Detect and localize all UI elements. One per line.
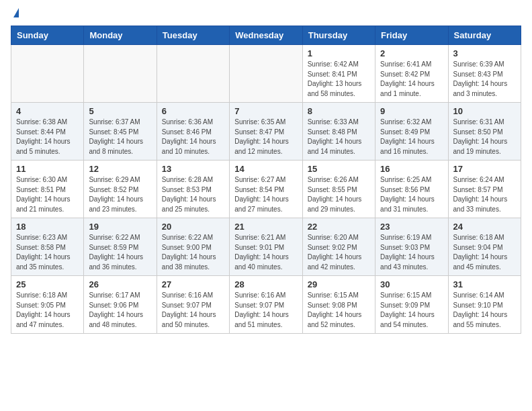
weekday-header-friday: Friday <box>375 26 448 45</box>
day-info: Sunrise: 6:15 AM Sunset: 9:08 PM Dayligh… <box>308 291 370 330</box>
day-info: Sunrise: 6:32 AM Sunset: 8:49 PM Dayligh… <box>380 118 443 156</box>
day-info: Sunrise: 6:19 AM Sunset: 9:03 PM Dayligh… <box>380 233 443 272</box>
weekday-header-saturday: Saturday <box>448 26 521 45</box>
calendar-cell: 5Sunrise: 6:37 AM Sunset: 8:45 PM Daylig… <box>84 103 157 161</box>
calendar-cell: 14Sunrise: 6:27 AM Sunset: 8:54 PM Dayli… <box>230 161 302 218</box>
day-info: Sunrise: 6:22 AM Sunset: 8:59 PM Dayligh… <box>89 233 151 272</box>
calendar-cell <box>157 45 229 103</box>
day-info: Sunrise: 6:26 AM Sunset: 8:55 PM Dayligh… <box>308 175 370 214</box>
day-number: 6 <box>162 106 224 116</box>
day-info: Sunrise: 6:22 AM Sunset: 9:00 PM Dayligh… <box>162 233 224 272</box>
calendar-cell: 3Sunrise: 6:39 AM Sunset: 8:43 PM Daylig… <box>448 45 521 103</box>
calendar-cell: 7Sunrise: 6:35 AM Sunset: 8:47 PM Daylig… <box>230 103 302 161</box>
day-info: Sunrise: 6:38 AM Sunset: 8:44 PM Dayligh… <box>16 118 79 156</box>
calendar-cell <box>230 45 302 103</box>
day-number: 12 <box>89 164 151 174</box>
day-info: Sunrise: 6:14 AM Sunset: 9:10 PM Dayligh… <box>453 291 516 330</box>
day-info: Sunrise: 6:18 AM Sunset: 9:04 PM Dayligh… <box>453 233 516 272</box>
calendar-cell: 24Sunrise: 6:18 AM Sunset: 9:04 PM Dayli… <box>448 218 521 276</box>
weekday-header-tuesday: Tuesday <box>157 26 229 45</box>
weekday-header-monday: Monday <box>84 26 157 45</box>
day-info: Sunrise: 6:29 AM Sunset: 8:52 PM Dayligh… <box>89 175 151 214</box>
day-number: 15 <box>308 164 370 174</box>
day-number: 2 <box>380 48 443 58</box>
calendar-cell: 15Sunrise: 6:26 AM Sunset: 8:55 PM Dayli… <box>302 161 375 218</box>
day-info: Sunrise: 6:37 AM Sunset: 8:45 PM Dayligh… <box>89 118 151 156</box>
calendar-cell: 28Sunrise: 6:16 AM Sunset: 9:07 PM Dayli… <box>230 276 302 334</box>
calendar-cell: 25Sunrise: 6:18 AM Sunset: 9:05 PM Dayli… <box>11 276 84 334</box>
calendar-cell: 18Sunrise: 6:23 AM Sunset: 8:58 PM Dayli… <box>11 218 84 276</box>
calendar-cell <box>84 45 157 103</box>
day-number: 8 <box>308 106 370 116</box>
calendar-cell <box>11 45 84 103</box>
day-info: Sunrise: 6:16 AM Sunset: 9:07 PM Dayligh… <box>162 291 224 330</box>
day-info: Sunrise: 6:17 AM Sunset: 9:06 PM Dayligh… <box>89 291 151 330</box>
day-number: 31 <box>453 279 516 289</box>
calendar-cell: 21Sunrise: 6:21 AM Sunset: 9:01 PM Dayli… <box>230 218 302 276</box>
day-info: Sunrise: 6:25 AM Sunset: 8:56 PM Dayligh… <box>380 175 443 214</box>
day-info: Sunrise: 6:24 AM Sunset: 8:57 PM Dayligh… <box>453 175 516 214</box>
day-info: Sunrise: 6:15 AM Sunset: 9:09 PM Dayligh… <box>380 291 443 330</box>
day-info: Sunrise: 6:42 AM Sunset: 8:41 PM Dayligh… <box>308 60 370 99</box>
day-info: Sunrise: 6:30 AM Sunset: 8:51 PM Dayligh… <box>16 175 79 214</box>
logo-triangle-icon <box>13 8 19 17</box>
day-number: 22 <box>308 222 370 232</box>
day-number: 13 <box>162 164 224 174</box>
weekday-header-sunday: Sunday <box>11 26 84 45</box>
day-number: 9 <box>380 106 443 116</box>
day-info: Sunrise: 6:16 AM Sunset: 9:07 PM Dayligh… <box>234 291 297 330</box>
calendar-week-row: 18Sunrise: 6:23 AM Sunset: 8:58 PM Dayli… <box>11 218 521 276</box>
calendar-cell: 22Sunrise: 6:20 AM Sunset: 9:02 PM Dayli… <box>302 218 375 276</box>
day-info: Sunrise: 6:35 AM Sunset: 8:47 PM Dayligh… <box>234 118 297 156</box>
calendar-cell: 10Sunrise: 6:31 AM Sunset: 8:50 PM Dayli… <box>448 103 521 161</box>
day-number: 16 <box>380 164 443 174</box>
day-number: 19 <box>89 222 151 232</box>
day-info: Sunrise: 6:20 AM Sunset: 9:02 PM Dayligh… <box>308 233 370 272</box>
calendar-cell: 17Sunrise: 6:24 AM Sunset: 8:57 PM Dayli… <box>448 161 521 218</box>
logo <box>11 11 19 17</box>
day-info: Sunrise: 6:39 AM Sunset: 8:43 PM Dayligh… <box>453 60 516 99</box>
calendar-cell: 12Sunrise: 6:29 AM Sunset: 8:52 PM Dayli… <box>84 161 157 218</box>
day-number: 20 <box>162 222 224 232</box>
day-info: Sunrise: 6:23 AM Sunset: 8:58 PM Dayligh… <box>16 233 79 272</box>
day-number: 23 <box>380 222 443 232</box>
day-number: 5 <box>89 106 151 116</box>
day-number: 30 <box>380 279 443 289</box>
day-number: 1 <box>308 48 370 58</box>
calendar-cell: 16Sunrise: 6:25 AM Sunset: 8:56 PM Dayli… <box>375 161 448 218</box>
day-info: Sunrise: 6:41 AM Sunset: 8:42 PM Dayligh… <box>380 60 443 99</box>
day-info: Sunrise: 6:27 AM Sunset: 8:54 PM Dayligh… <box>234 175 297 214</box>
calendar-cell: 13Sunrise: 6:28 AM Sunset: 8:53 PM Dayli… <box>157 161 229 218</box>
day-number: 7 <box>234 106 297 116</box>
calendar-week-row: 11Sunrise: 6:30 AM Sunset: 8:51 PM Dayli… <box>11 161 521 218</box>
calendar-cell: 1Sunrise: 6:42 AM Sunset: 8:41 PM Daylig… <box>302 45 375 103</box>
calendar-cell: 11Sunrise: 6:30 AM Sunset: 8:51 PM Dayli… <box>11 161 84 218</box>
day-info: Sunrise: 6:18 AM Sunset: 9:05 PM Dayligh… <box>16 291 79 330</box>
calendar-week-row: 25Sunrise: 6:18 AM Sunset: 9:05 PM Dayli… <box>11 276 521 334</box>
day-number: 17 <box>453 164 516 174</box>
day-number: 14 <box>234 164 297 174</box>
calendar-week-row: 1Sunrise: 6:42 AM Sunset: 8:41 PM Daylig… <box>11 45 521 103</box>
calendar-cell: 20Sunrise: 6:22 AM Sunset: 9:00 PM Dayli… <box>157 218 229 276</box>
day-number: 24 <box>453 222 516 232</box>
day-info: Sunrise: 6:33 AM Sunset: 8:48 PM Dayligh… <box>308 118 370 156</box>
calendar-cell: 29Sunrise: 6:15 AM Sunset: 9:08 PM Dayli… <box>302 276 375 334</box>
day-number: 29 <box>308 279 370 289</box>
calendar-cell: 30Sunrise: 6:15 AM Sunset: 9:09 PM Dayli… <box>375 276 448 334</box>
day-info: Sunrise: 6:36 AM Sunset: 8:46 PM Dayligh… <box>162 118 224 156</box>
calendar-cell: 4Sunrise: 6:38 AM Sunset: 8:44 PM Daylig… <box>11 103 84 161</box>
calendar-body: 1Sunrise: 6:42 AM Sunset: 8:41 PM Daylig… <box>11 45 521 334</box>
calendar-cell: 8Sunrise: 6:33 AM Sunset: 8:48 PM Daylig… <box>302 103 375 161</box>
day-number: 10 <box>453 106 516 116</box>
calendar-cell: 27Sunrise: 6:16 AM Sunset: 9:07 PM Dayli… <box>157 276 229 334</box>
calendar-cell: 26Sunrise: 6:17 AM Sunset: 9:06 PM Dayli… <box>84 276 157 334</box>
day-info: Sunrise: 6:28 AM Sunset: 8:53 PM Dayligh… <box>162 175 224 214</box>
calendar-table: SundayMondayTuesdayWednesdayThursdayFrid… <box>11 26 521 334</box>
day-number: 3 <box>453 48 516 58</box>
page-header <box>11 11 521 17</box>
day-number: 28 <box>234 279 297 289</box>
weekday-header-thursday: Thursday <box>302 26 375 45</box>
day-number: 21 <box>234 222 297 232</box>
day-number: 26 <box>89 279 151 289</box>
weekday-header-wednesday: Wednesday <box>230 26 302 45</box>
